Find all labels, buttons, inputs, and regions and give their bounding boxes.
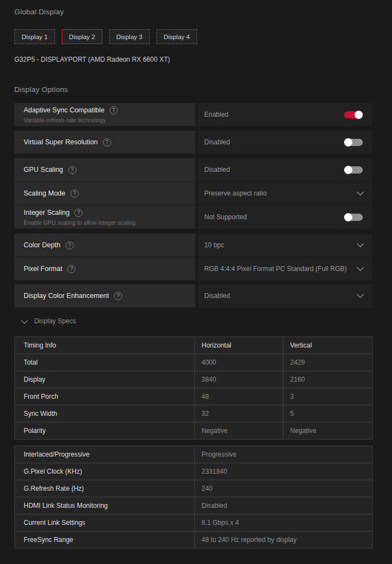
option-value: Preserve aspect ratio [204, 189, 358, 197]
display-specs-toggle[interactable]: Display Specs [14, 317, 372, 325]
help-icon[interactable]: ? [67, 265, 75, 273]
help-icon[interactable]: ? [114, 292, 122, 300]
display-tabs: Display 1 Display 2 Display 3 Display 4 [14, 29, 372, 44]
option-value: Not Supported [204, 213, 344, 221]
display-color-enhancement-dropdown[interactable]: Disabled [198, 284, 372, 307]
help-icon[interactable]: ? [74, 209, 83, 217]
table-row: Total 4000 2429 [15, 354, 373, 371]
help-icon[interactable]: ? [66, 241, 74, 250]
cell-value: Negative [284, 422, 373, 440]
cell-value: 5 [284, 405, 373, 422]
help-icon[interactable]: ? [103, 138, 111, 147]
option-value: Disabled [204, 138, 344, 146]
cell-value: 2331840 [195, 463, 373, 480]
option-row-virtual-super-resolution: Virtual Super Resolution ? Disabled [14, 131, 372, 154]
global-display-page: Global Display Display 1 Display 2 Displ… [0, 0, 392, 564]
row-label: FreeSync Range [15, 532, 195, 549]
row-label: Total [15, 354, 195, 371]
option-label: Adaptive Sync Compatible [24, 106, 105, 114]
option-group: Adaptive Sync Compatible ? Variable-refr… [14, 103, 372, 126]
table-row: Sync Width 32 5 [15, 405, 373, 422]
toggle-knob [344, 213, 352, 221]
option-label: Integer Scaling [24, 209, 69, 216]
cell-value: Disabled [195, 497, 373, 514]
toggle-knob [344, 166, 352, 174]
cell-value: 3840 [195, 371, 284, 388]
option-row-display-color-enhancement: Display Color Enhancement ? Disabled [14, 284, 372, 307]
cell-value: 8.1 Gbps x 4 [195, 514, 373, 532]
option-group: GPU Scaling ? Disabled Scaling Mode ? Pr… [14, 158, 372, 229]
display-tab-3[interactable]: Display 3 [109, 29, 150, 44]
row-label: G.Refresh Rate (Hz) [15, 480, 195, 497]
option-subtitle: Enable GPU scaling to allow integer scal… [24, 219, 189, 226]
table-row: FreeSync Range 48 to 240 Hz reported by … [15, 532, 373, 549]
virtual-super-resolution-toggle[interactable] [344, 138, 363, 147]
cell-value: 48 to 240 Hz reported by display [195, 532, 373, 549]
option-label: Virtual Super Resolution [24, 138, 98, 146]
option-label: Pixel Format [24, 265, 62, 273]
col-header: Vertical [284, 337, 373, 354]
help-icon[interactable]: ? [110, 106, 118, 115]
option-label: Color Depth [24, 241, 61, 249]
option-value: RGB 4:4:4 Pixel Format PC Standard (Full… [204, 265, 358, 273]
help-icon[interactable]: ? [70, 189, 79, 198]
display-tab-1[interactable]: Display 1 [14, 29, 55, 44]
table-row: Polarity Negative Negative [15, 422, 373, 440]
option-label: GPU Scaling [24, 166, 63, 173]
cell-value: 2429 [284, 354, 373, 371]
option-value: 10 bpc [204, 241, 358, 249]
chevron-down-icon [357, 240, 364, 247]
row-label: Interlaced/Progressive [15, 446, 195, 463]
integer-scaling-toggle[interactable] [344, 213, 363, 221]
color-depth-dropdown[interactable]: 10 bpc [198, 234, 372, 257]
table-row: G.Pixel Clock (KHz) 2331840 [15, 463, 373, 480]
chevron-down-icon [357, 291, 364, 298]
option-row-scaling-mode: Scaling Mode ? Preserve aspect ratio [14, 182, 372, 205]
table-row: Current Link Settings 8.1 Gbps x 4 [15, 514, 373, 532]
specs-title: Display Specs [34, 317, 76, 325]
row-label: Display [15, 371, 195, 388]
chevron-down-icon [357, 188, 364, 196]
help-icon[interactable]: ? [68, 166, 77, 174]
option-row-integer-scaling: Integer Scaling ? Enable GPU scaling to … [14, 205, 372, 229]
monitor-label: G32P5 - DISPLAYPORT (AMD Radeon RX 6600 … [14, 56, 372, 63]
row-label: G.Pixel Clock (KHz) [15, 463, 195, 480]
col-header: Horizontal [195, 337, 284, 354]
adaptive-sync-toggle[interactable] [344, 111, 363, 119]
option-row-pixel-format: Pixel Format ? RGB 4:4:4 Pixel Format PC… [14, 257, 372, 280]
row-label: Front Porch [15, 388, 195, 405]
cell-value: 2160 [284, 371, 373, 388]
option-group: Display Color Enhancement ? Disabled [14, 284, 372, 307]
toggle-knob [344, 138, 352, 147]
table-row: Display 3840 2160 [15, 371, 373, 388]
chevron-down-icon [357, 264, 364, 271]
page-title: Global Display [14, 8, 372, 16]
row-label: Polarity [15, 422, 195, 440]
col-header: Timing Info [15, 337, 195, 354]
option-value: Disabled [204, 166, 344, 173]
row-label: HDMI Link Status Monitoring [15, 497, 195, 514]
option-subtitle: Variable-refresh-rate technology [24, 117, 189, 123]
display-info-table: Interlaced/Progressive Progressive G.Pix… [14, 446, 373, 549]
table-row: Front Porch 48 3 [15, 388, 373, 405]
row-label: Sync Width [15, 405, 195, 422]
option-label: Display Color Enhancement [24, 292, 109, 300]
cell-value: 4000 [195, 354, 284, 371]
option-row-adaptive-sync: Adaptive Sync Compatible ? Variable-refr… [14, 103, 372, 126]
table-row: G.Refresh Rate (Hz) 240 [15, 480, 373, 497]
row-label: Current Link Settings [15, 514, 195, 532]
pixel-format-dropdown[interactable]: RGB 4:4:4 Pixel Format PC Standard (Full… [198, 257, 372, 280]
scaling-mode-dropdown[interactable]: Preserve aspect ratio [198, 182, 372, 205]
display-tab-2[interactable]: Display 2 [62, 29, 102, 44]
option-value: Disabled [204, 292, 358, 300]
chevron-down-icon [21, 317, 28, 324]
option-value: Enabled [204, 111, 344, 118]
cell-value: Negative [195, 422, 284, 440]
gpu-scaling-toggle[interactable] [344, 166, 363, 174]
timing-table: Timing Info Horizontal Vertical Total 40… [14, 337, 373, 440]
option-row-color-depth: Color Depth ? 10 bpc [14, 234, 372, 257]
cell-value: 32 [195, 405, 284, 422]
display-tab-4[interactable]: Display 4 [156, 29, 197, 44]
cell-value: 48 [195, 388, 284, 405]
option-group: Virtual Super Resolution ? Disabled [14, 131, 372, 154]
